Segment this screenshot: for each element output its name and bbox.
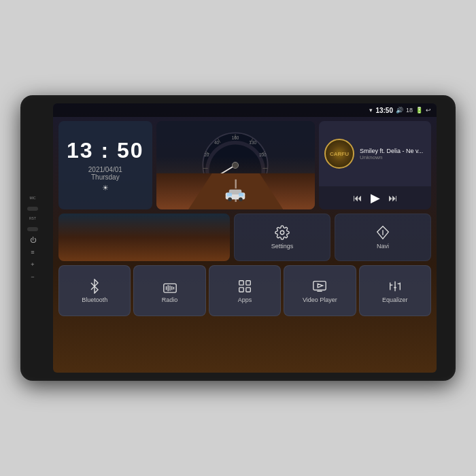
car-svg [223, 188, 248, 201]
video-button[interactable]: Video Player [284, 265, 356, 316]
road-scene-area [58, 214, 230, 261]
car-head-unit: MIC RST ⏻ ≡ + − ▾ 13:50 🔊 18 🔋 ↩ 13 : 50 [20, 95, 456, 381]
battery-icon: 🔋 [415, 107, 423, 114]
navigation-icon [375, 225, 390, 240]
equalizer-button[interactable]: Equalizer [359, 265, 431, 316]
bluetooth-button[interactable]: Bluetooth [58, 265, 131, 316]
music-info-area: CARFU Smiley ft. Delia - Ne v... Unknown [319, 121, 431, 186]
apps-label: Apps [238, 296, 252, 303]
rst-label: RST [29, 216, 36, 220]
navi-button[interactable]: Navi [335, 214, 431, 261]
svg-text:160: 160 [232, 135, 239, 140]
menu-icon[interactable]: ≡ [31, 249, 34, 256]
equalizer-label: Equalizer [382, 296, 408, 303]
bluetooth-icon [87, 279, 102, 294]
svg-rect-9 [239, 193, 243, 197]
power-icon[interactable]: ⏻ [30, 237, 36, 243]
svg-rect-39 [246, 287, 250, 291]
speedometer-widget: 160 130 100 20 40 0 km/h [156, 121, 315, 209]
svg-text:40: 40 [214, 140, 220, 145]
svg-text:130: 130 [250, 140, 257, 145]
settings-button[interactable]: Settings [234, 214, 330, 261]
svg-rect-36 [239, 280, 243, 284]
road-scene-svg [156, 161, 315, 210]
wifi-icon: ▾ [369, 107, 373, 114]
radio-button[interactable]: Radio [133, 265, 205, 316]
svg-point-27 [280, 231, 284, 235]
back-icon[interactable]: ↩ [426, 107, 431, 114]
apps-icon [237, 279, 252, 294]
svg-point-7 [239, 197, 243, 201]
next-button[interactable]: ⏭ [388, 192, 398, 203]
weather-icon: ☀ [102, 184, 109, 192]
equalizer-icon [388, 279, 403, 294]
music-widget: CARFU Smiley ft. Delia - Ne v... Unknown… [319, 121, 431, 209]
side-buttons: MIC RST ⏻ ≡ + − [27, 196, 38, 280]
clock-widget: 13 : 50 2021/04/01 Thursday ☀ [58, 121, 152, 209]
mic-label: MIC [29, 196, 35, 200]
svg-marker-41 [318, 284, 323, 288]
screen: ▾ 13:50 🔊 18 🔋 ↩ 13 : 50 2021/04/01 Thur… [53, 103, 437, 373]
music-album-art: CARFU [324, 139, 354, 169]
status-time: 13:50 [375, 107, 393, 114]
clock-time: 13 : 50 [67, 138, 144, 163]
status-bar: ▾ 13:50 🔊 18 🔋 ↩ [53, 103, 437, 117]
svg-rect-8 [227, 193, 232, 197]
apps-button[interactable]: Apps [209, 265, 281, 316]
prev-button[interactable]: ⏮ [353, 192, 362, 203]
vol-down-icon[interactable]: − [31, 273, 34, 280]
clock-date: 2021/04/01 Thursday [88, 166, 122, 181]
music-title: Smiley ft. Delia - Ne v... [360, 148, 426, 154]
middle-row: Settings Navi [58, 214, 431, 261]
main-area: 13 : 50 2021/04/01 Thursday ☀ [53, 117, 437, 373]
top-row: 13 : 50 2021/04/01 Thursday ☀ [58, 121, 431, 209]
radio-label: Radio [162, 296, 178, 303]
signal-strength: 18 [406, 107, 413, 114]
music-controls: ⏮ ▶ ⏭ [319, 186, 431, 209]
mic-button[interactable] [27, 207, 38, 211]
volume-icon: 🔊 [396, 107, 403, 114]
rst-button[interactable] [27, 227, 38, 231]
video-label: Video Player [303, 296, 337, 303]
clock-weather: ☀ [102, 184, 109, 192]
bluetooth-label: Bluetooth [82, 296, 107, 303]
music-metadata: Smiley ft. Delia - Ne v... Unknown [360, 148, 426, 160]
app-buttons-row: Bluetooth Radio [58, 265, 431, 316]
vol-up-icon[interactable]: + [31, 261, 34, 268]
navi-label: Navi [377, 243, 389, 250]
play-button[interactable]: ▶ [371, 190, 380, 205]
svg-rect-38 [239, 287, 243, 291]
svg-point-6 [228, 197, 233, 201]
radio-icon [163, 279, 177, 294]
settings-label: Settings [271, 243, 294, 250]
gear-icon [275, 225, 290, 240]
music-artist: Unknown [360, 154, 426, 160]
svg-rect-37 [246, 280, 250, 284]
video-icon [312, 279, 327, 294]
